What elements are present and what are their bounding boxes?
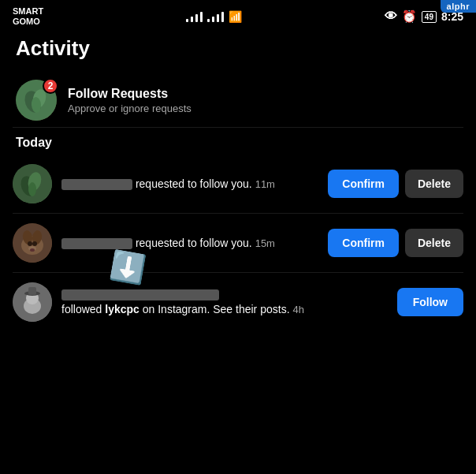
activity-username-3: lykcpc xyxy=(105,303,139,315)
page-title: Activity xyxy=(0,30,476,73)
alarm-icon: ⏰ xyxy=(402,9,417,24)
delete-button-1[interactable]: Delete xyxy=(405,170,463,198)
activity-text-1: requested to follow you. xyxy=(136,177,255,190)
follow-requests-subtitle: Approve or ignore requests xyxy=(68,103,192,114)
activity-time-2: 15m xyxy=(255,237,275,249)
carrier-sub: GOMO xyxy=(13,17,43,27)
svg-point-15 xyxy=(30,248,35,252)
alphr-badge: alphr xyxy=(441,0,476,13)
blurred-username-3 xyxy=(61,289,219,300)
activity-info-3: followed lykcpc on Instagram. See their … xyxy=(61,287,388,318)
svg-point-12 xyxy=(28,241,32,246)
confirm-button-1[interactable]: Confirm xyxy=(328,170,399,198)
blurred-username-2 xyxy=(61,238,132,249)
follow-requests-avatar-container: 2 xyxy=(16,80,57,121)
follow-requests-badge: 2 xyxy=(43,78,58,94)
follow-button-3[interactable]: Follow xyxy=(397,288,463,316)
activity-avatar-2 xyxy=(13,223,52,263)
activity-buttons-3: Follow xyxy=(397,288,463,316)
activity-text-2: requested to follow you. xyxy=(136,237,255,249)
activity-item-2: requested to follow you. 15m Confirm Del… xyxy=(0,214,476,272)
carrier-name: SMART xyxy=(13,6,43,17)
activity-text-3b: on Instagram. See their posts. xyxy=(143,303,293,315)
activity-item-1: requested to follow you. 11m Confirm Del… xyxy=(0,155,476,213)
status-bar: SMART GOMO 📶 👁 ⏰ 49 8:25 xyxy=(0,0,476,30)
section-label-today: Today xyxy=(0,128,476,155)
follow-requests-text: Follow Requests Approve or ignore reques… xyxy=(68,87,192,114)
wifi-icon: 📶 xyxy=(229,10,242,23)
svg-point-7 xyxy=(28,182,36,196)
activity-info-1: requested to follow you. 11m xyxy=(61,177,318,192)
activity-info-2: requested to follow you. 15m xyxy=(61,236,318,252)
eye-icon: 👁 xyxy=(385,9,397,24)
activity-avatar-3 xyxy=(13,282,52,322)
activity-buttons-1: Confirm Delete xyxy=(328,170,463,198)
activity-buttons-2: Confirm Delete xyxy=(328,229,463,257)
activity-avatar-1 xyxy=(13,164,52,203)
confirm-button-2[interactable]: Confirm xyxy=(328,229,399,257)
signal-bars-2 xyxy=(207,12,224,22)
signal-bars-1 xyxy=(186,12,203,22)
svg-rect-20 xyxy=(28,287,36,295)
carrier-info: SMART GOMO xyxy=(13,6,43,27)
activity-text-3a: followed xyxy=(61,303,105,315)
follow-requests-row[interactable]: 2 Follow Requests Approve or ignore requ… xyxy=(0,73,476,127)
activity-time-3: 4h xyxy=(292,304,303,315)
svg-point-13 xyxy=(32,241,37,246)
activity-time-1: 11m xyxy=(255,178,275,190)
delete-button-2[interactable]: Delete xyxy=(405,229,463,257)
battery-indicator: 49 xyxy=(422,11,437,23)
follow-requests-title: Follow Requests xyxy=(68,87,192,101)
blurred-username-1 xyxy=(61,179,132,190)
activity-item-3: followed lykcpc on Instagram. See their … xyxy=(0,273,476,331)
